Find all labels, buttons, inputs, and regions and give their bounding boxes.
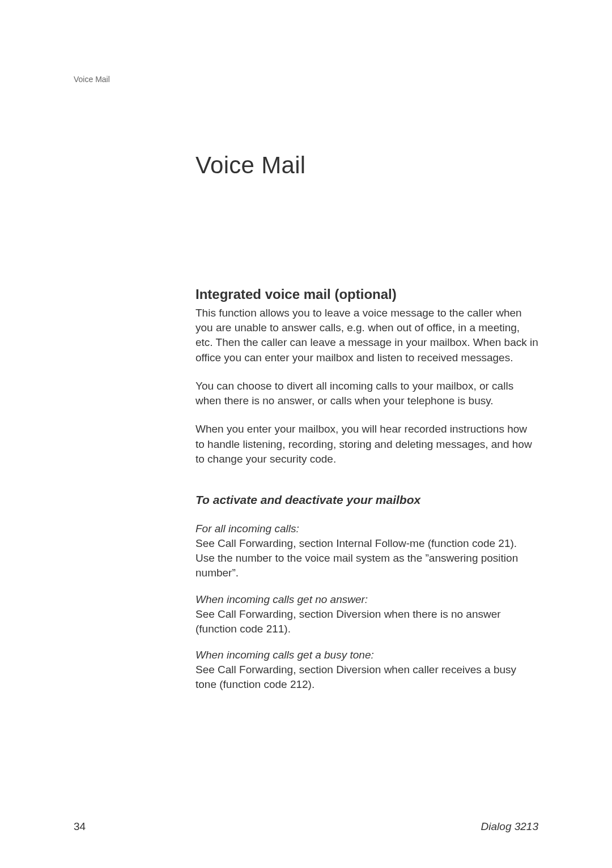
sub-item: When incoming calls get a busy tone: See…	[196, 649, 538, 692]
footer-model-label: Dialog 3213	[481, 820, 538, 833]
sub-item-text: See Call Forwarding, section Diversion w…	[196, 607, 538, 636]
sub-item-heading: When incoming calls get a busy tone:	[196, 649, 538, 661]
content-area: Voice Mail Integrated voice mail (option…	[196, 152, 538, 705]
paragraph-3: When you enter your mailbox, you will he…	[196, 422, 538, 467]
sub-item-text: See Call Forwarding, section Diversion w…	[196, 662, 538, 692]
section-heading: Integrated voice mail (optional)	[196, 287, 538, 302]
sub-item: For all incoming calls: See Call Forward…	[196, 523, 538, 581]
page: Voice Mail Voice Mail Integrated voice m…	[0, 0, 612, 868]
sub-item-heading: When incoming calls get no answer:	[196, 593, 538, 606]
page-number: 34	[74, 820, 86, 833]
sub-item: When incoming calls get no answer: See C…	[196, 593, 538, 636]
page-title: Voice Mail	[196, 152, 538, 179]
paragraph-2: You can choose to divert all incoming ca…	[196, 379, 538, 408]
paragraph-1: This function allows you to leave a voic…	[196, 306, 538, 365]
subsection-heading: To activate and deactivate your mailbox	[196, 493, 538, 507]
footer: 34 Dialog 3213	[74, 820, 538, 833]
header-section-label: Voice Mail	[74, 75, 110, 84]
sub-item-heading: For all incoming calls:	[196, 523, 538, 535]
sub-item-text: See Call Forwarding, section Internal Fo…	[196, 536, 538, 581]
